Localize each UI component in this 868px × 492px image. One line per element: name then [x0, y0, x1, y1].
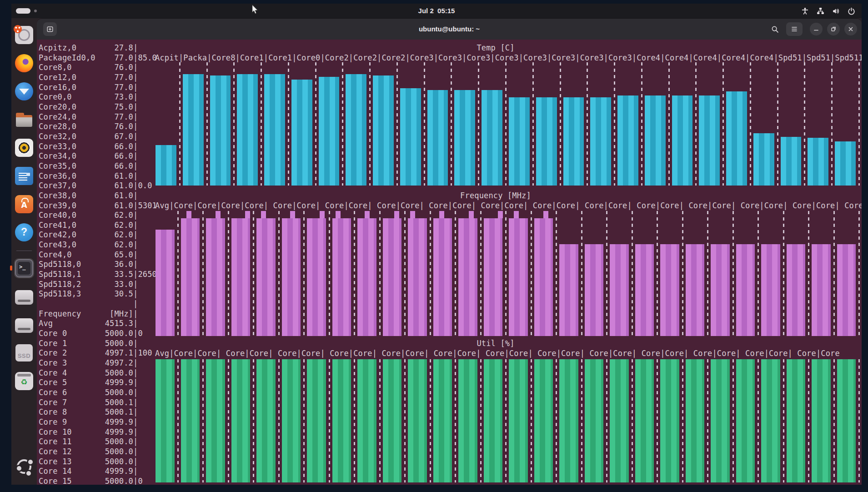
sensor-readings-panel: Acpitz,027.8|PackageId0,077.0|85.0Core8,… [39, 43, 157, 485]
bar [534, 359, 553, 482]
column-separator [303, 211, 305, 336]
bar [509, 359, 528, 482]
menu-button[interactable] [786, 22, 803, 36]
dock-item-app-center[interactable]: A [14, 194, 34, 214]
chart-column [685, 211, 711, 336]
libreoffice-writer-icon [15, 167, 33, 185]
bar [590, 97, 611, 186]
column-separator [695, 62, 697, 186]
sensor-row: Spd5118,036.0| [39, 260, 157, 270]
dock-item-firefox[interactable] [14, 53, 34, 73]
column-separator [505, 359, 507, 482]
sensor-row: Avg4515.3| [39, 319, 157, 329]
column-separator [682, 359, 683, 482]
column-separator [396, 62, 398, 186]
sensor-row: Core20,075.0| [39, 102, 157, 112]
chart-column [834, 62, 862, 186]
search-button[interactable] [768, 22, 782, 36]
volume-icon[interactable] [832, 7, 840, 15]
column-separator [707, 359, 708, 482]
terminal-window: ubuntu@ubuntu: ~ Acpitz,027.8|PackageId0… [37, 18, 862, 485]
bar-peak-spike [336, 211, 341, 218]
network-icon[interactable] [817, 7, 824, 15]
bar [484, 359, 503, 482]
sensor-row: Core 135000.0| [39, 457, 157, 467]
dock-item-ubuntu-desktop-installer[interactable] [14, 25, 34, 45]
chart-column [536, 62, 563, 186]
dock-item-help[interactable]: ? [14, 222, 34, 242]
bar-peak-spike [514, 211, 519, 218]
column-separator [758, 211, 759, 336]
sensor-row: Core 115000.0| [39, 437, 157, 447]
chart-column [609, 359, 635, 482]
gnome-top-bar: Jul 2 05:15 [11, 4, 862, 18]
bar [231, 359, 251, 482]
column-separator [202, 211, 204, 336]
dock-item-drive[interactable] [14, 286, 34, 306]
bar [181, 359, 200, 482]
terminal-content[interactable]: Acpitz,027.8|PackageId0,077.0|85.0Core8,… [37, 40, 862, 485]
dock-item-ssd[interactable]: SSD [14, 343, 34, 363]
bar [458, 218, 477, 336]
chart-column [181, 211, 206, 336]
bar [307, 218, 326, 336]
column-separator [379, 211, 381, 336]
removable-drive-icon [15, 290, 33, 305]
terminal-titlebar[interactable]: ubuntu@ubuntu: ~ [37, 19, 862, 40]
bar [610, 359, 629, 482]
dock-item-drive[interactable] [14, 315, 34, 335]
bar-peak-spike [410, 211, 415, 218]
inactive-workspace-dot [34, 10, 37, 12]
column-separator [858, 211, 860, 336]
dock-item-terminal[interactable]: >_ [14, 258, 34, 278]
chart-column [660, 359, 685, 482]
chart-column [672, 62, 699, 186]
maximize-button[interactable] [827, 23, 840, 35]
dock-item-thunderbird[interactable] [14, 81, 34, 101]
bar [319, 77, 340, 186]
dock-item-ubuntu-logo[interactable] [14, 457, 34, 477]
bar [635, 359, 654, 482]
bar [383, 218, 402, 336]
sensor-row: Core4,065.0| [39, 250, 157, 260]
bar [686, 244, 705, 336]
dock-item-rhythmbox[interactable] [14, 138, 34, 158]
bar [610, 244, 629, 336]
dock-item-trash[interactable]: ♻ [14, 371, 34, 391]
dock-item-libreoffice-writer[interactable] [14, 166, 34, 186]
sensor-row: Core37,061.0|0.0 [39, 181, 157, 191]
column-separator [858, 359, 860, 482]
chart-column [256, 211, 281, 336]
accessibility-icon[interactable] [801, 7, 809, 15]
bar-peak-spike [261, 211, 266, 218]
chart-column [483, 211, 509, 336]
chart-column [736, 359, 761, 482]
column-separator [228, 211, 229, 336]
column-separator [179, 62, 181, 186]
power-icon[interactable] [848, 7, 855, 15]
column-separator [202, 359, 204, 482]
column-separator [587, 62, 588, 186]
workspace-indicator[interactable] [16, 8, 37, 14]
bar [699, 95, 720, 186]
bar [454, 90, 475, 186]
close-button[interactable] [844, 23, 857, 35]
mouse-cursor [251, 5, 260, 16]
minimize-button[interactable] [810, 23, 823, 35]
dock-item-files[interactable] [14, 110, 34, 130]
bar [536, 97, 557, 186]
bar-peak-spike [290, 211, 295, 218]
column-separator [451, 62, 452, 186]
bar [237, 74, 258, 186]
clock[interactable]: Jul 2 05:15 [418, 4, 455, 18]
column-separator [261, 62, 262, 186]
bar [231, 218, 251, 336]
column-separator [531, 211, 532, 336]
sensor-row: Core38,061.0| [39, 191, 157, 201]
system-status-area[interactable] [801, 4, 855, 18]
column-separator [750, 62, 751, 186]
column-separator [606, 359, 607, 482]
column-separator [228, 359, 229, 482]
column-separator [404, 211, 406, 336]
bar [427, 90, 448, 186]
